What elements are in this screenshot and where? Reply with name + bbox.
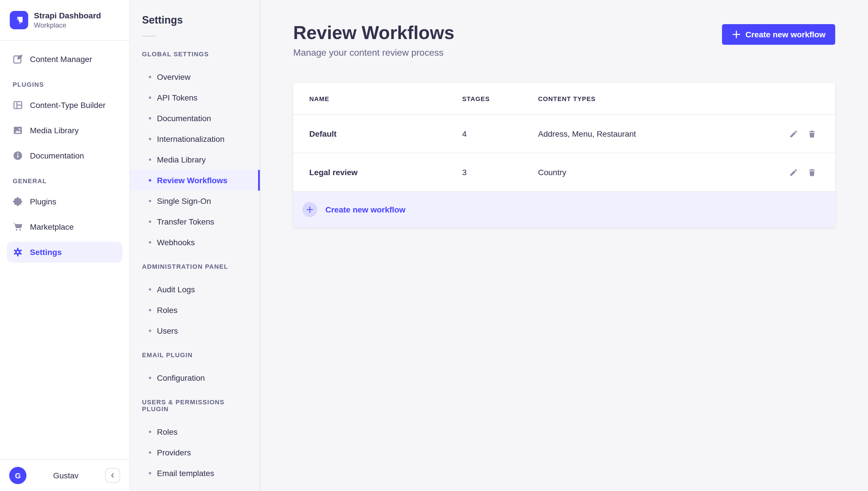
sidebar-item-media-library[interactable]: Media Library — [7, 120, 123, 141]
main-navigation: Content Manager PLUGINS Content-Type Bui… — [0, 41, 129, 459]
subnav-item-api-tokens[interactable]: API Tokens — [130, 87, 260, 108]
subnav-item-label: Advanced settings — [157, 489, 223, 491]
subnav-item-label: API Tokens — [157, 93, 197, 102]
plugins-icon — [12, 196, 23, 207]
page-subtitle: Manage your content review process — [293, 47, 454, 59]
strapi-logo-icon — [10, 11, 28, 29]
subnav-item-label: Providers — [157, 448, 191, 457]
media-library-icon — [12, 125, 23, 136]
main-content: Review Workflows Manage your content rev… — [261, 0, 868, 491]
workflow-content-types: Country — [538, 168, 767, 177]
bullet-icon — [149, 200, 151, 202]
sidebar-item-content-type-builder[interactable]: Content-Type Builder — [7, 95, 123, 115]
plus-circle-icon — [302, 202, 317, 217]
bullet-icon — [149, 96, 151, 99]
subnav-title: Settings — [142, 14, 260, 26]
trash-icon — [807, 168, 816, 177]
subnav-item-webhooks[interactable]: Webhooks — [130, 232, 260, 253]
bullet-icon — [149, 288, 151, 291]
bullet-icon — [149, 472, 151, 474]
app-title: Strapi Dashboard — [34, 11, 101, 20]
subnav-item-label: Documentation — [157, 114, 211, 123]
row-actions — [767, 165, 819, 180]
bullet-icon — [149, 241, 151, 243]
chevron-left-icon — [109, 472, 116, 479]
subnav-item-transfer-tokens[interactable]: Transfer Tokens — [130, 211, 260, 232]
subnav-item-email-configuration[interactable]: Configuration — [130, 368, 260, 388]
create-new-workflow-button-label: Create new workflow — [745, 30, 825, 39]
bullet-icon — [149, 221, 151, 223]
subnav-divider — [142, 36, 156, 37]
pencil-icon — [789, 129, 797, 138]
main-sidebar: Strapi Dashboard Workplace Content Manag… — [0, 0, 130, 491]
workflow-stages: 3 — [462, 168, 538, 177]
column-header-content-types: CONTENT TYPES — [538, 95, 767, 102]
subnav-item-admin-users[interactable]: Users — [130, 320, 260, 341]
subnav-item-label: Media Library — [157, 155, 206, 164]
sidebar-item-marketplace[interactable]: Marketplace — [7, 216, 123, 237]
bullet-icon — [149, 451, 151, 454]
subnav-item-audit-logs[interactable]: Audit Logs — [130, 279, 260, 300]
sidebar-item-label: Media Library — [30, 126, 79, 135]
subnav-item-up-providers[interactable]: Providers — [130, 442, 260, 463]
subnav-item-label: Webhooks — [157, 238, 195, 247]
page-header: Review Workflows Manage your content rev… — [293, 22, 835, 59]
content-type-builder-icon — [12, 100, 23, 110]
trash-icon — [807, 129, 816, 138]
table-row-legal-review[interactable]: Legal review 3 Country — [293, 153, 835, 192]
workflow-name: Default — [309, 129, 462, 138]
subnav-item-up-advanced-settings[interactable]: Advanced settings — [130, 484, 260, 491]
column-header-name: NAME — [309, 95, 462, 102]
screen: Strapi Dashboard Workplace Content Manag… — [0, 0, 868, 491]
subnav-item-up-roles[interactable]: Roles — [130, 422, 260, 442]
workspace-switcher[interactable]: Strapi Dashboard Workplace — [0, 0, 129, 41]
column-header-stages: STAGES — [462, 95, 538, 102]
documentation-icon — [12, 150, 23, 161]
subnav-item-review-workflows[interactable]: Review Workflows — [130, 170, 260, 191]
sidebar-footer: G Gustav — [0, 459, 129, 491]
table-row-default[interactable]: Default 4 Address, Menu, Restaurant — [293, 115, 835, 153]
delete-workflow-button[interactable] — [804, 165, 819, 180]
subnav-item-single-sign-on[interactable]: Single Sign-On — [130, 191, 260, 211]
collapse-sidebar-button[interactable] — [105, 468, 120, 483]
subnav-item-label: Transfer Tokens — [157, 217, 214, 226]
sidebar-item-content-manager[interactable]: Content Manager — [7, 49, 123, 69]
delete-workflow-button[interactable] — [804, 126, 819, 141]
bullet-icon — [149, 377, 151, 379]
subnav-item-documentation[interactable]: Documentation — [130, 108, 260, 128]
subnav-item-label: Roles — [157, 306, 178, 315]
workflows-table: NAME STAGES CONTENT TYPES Default 4 Addr… — [293, 83, 835, 227]
sidebar-item-settings[interactable]: Settings — [7, 242, 123, 262]
edit-workflow-button[interactable] — [786, 126, 801, 141]
edit-workflow-button[interactable] — [786, 165, 801, 180]
workflow-content-types: Address, Menu, Restaurant — [538, 129, 767, 138]
avatar[interactable]: G — [9, 467, 26, 484]
sidebar-item-label: Documentation — [30, 151, 84, 160]
bullet-icon — [149, 138, 151, 140]
subnav-item-internationalization[interactable]: Internationalization — [130, 128, 260, 149]
subnav-item-overview[interactable]: Overview — [130, 67, 260, 87]
subnav-item-media-library[interactable]: Media Library — [130, 149, 260, 170]
create-workflow-footer-button[interactable]: Create new workflow — [293, 192, 835, 227]
create-new-workflow-button[interactable]: Create new workflow — [722, 24, 835, 45]
workspace-name: Workplace — [34, 21, 101, 30]
bullet-icon — [149, 179, 151, 181]
plus-icon — [731, 30, 741, 39]
subnav-item-label: Users — [157, 326, 178, 336]
settings-subnav: Settings GLOBAL SETTINGS Overview API To… — [130, 0, 261, 491]
sidebar-item-documentation[interactable]: Documentation — [7, 145, 123, 166]
pencil-icon — [789, 168, 797, 177]
subnav-section-administration-panel: ADMINISTRATION PANEL — [142, 263, 248, 270]
sidebar-item-plugins[interactable]: Plugins — [7, 191, 123, 212]
create-workflow-footer-label: Create new workflow — [325, 205, 406, 214]
subnav-item-label: Internationalization — [157, 134, 224, 144]
subnav-item-up-email-templates[interactable]: Email templates — [130, 463, 260, 484]
user-name[interactable]: Gustav — [26, 471, 105, 480]
settings-icon — [12, 247, 23, 257]
bullet-icon — [149, 158, 151, 161]
subnav-item-label: Email templates — [157, 469, 214, 478]
subnav-item-admin-roles[interactable]: Roles — [130, 300, 260, 320]
sidebar-item-label: Marketplace — [30, 222, 74, 231]
subnav-section-email-plugin: EMAIL PLUGIN — [142, 351, 248, 358]
subnav-item-label: Roles — [157, 427, 178, 436]
